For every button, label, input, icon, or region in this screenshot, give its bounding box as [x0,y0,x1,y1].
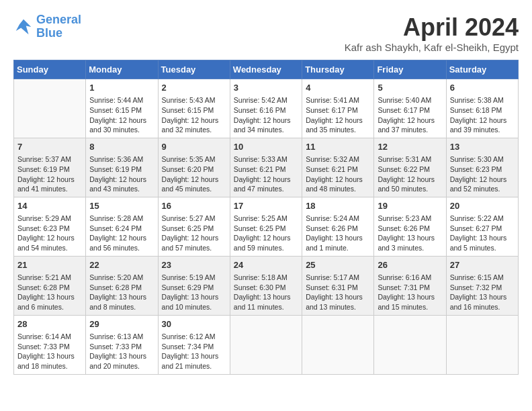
calendar-cell: 23Sunrise: 5:19 AM Sunset: 6:29 PM Dayli… [158,256,230,315]
calendar-week-row: 7Sunrise: 5:37 AM Sunset: 6:19 PM Daylig… [14,138,519,197]
day-info: Sunrise: 6:15 AM Sunset: 7:32 PM Dayligh… [450,273,515,312]
day-info: Sunrise: 5:44 AM Sunset: 6:15 PM Dayligh… [89,95,154,135]
day-info: Sunrise: 5:43 AM Sunset: 6:15 PM Dayligh… [162,95,226,135]
page-header: General Blue April 2024 Kafr ash Shaykh,… [13,13,519,53]
weekday-header-wednesday: Wednesday [230,60,302,79]
day-info: Sunrise: 5:35 AM Sunset: 6:20 PM Dayligh… [162,154,226,194]
day-info: Sunrise: 5:30 AM Sunset: 6:23 PM Dayligh… [450,154,515,194]
day-info: Sunrise: 5:24 AM Sunset: 6:26 PM Dayligh… [306,214,370,253]
day-number: 27 [450,259,515,271]
calendar-cell: 2Sunrise: 5:43 AM Sunset: 6:15 PM Daylig… [158,79,230,138]
weekday-header-thursday: Thursday [302,60,374,79]
day-number: 13 [450,141,515,153]
day-info: Sunrise: 5:40 AM Sunset: 6:17 PM Dayligh… [378,95,442,135]
calendar-cell: 21Sunrise: 5:21 AM Sunset: 6:28 PM Dayli… [14,256,86,315]
calendar-cell [446,315,518,374]
day-info: Sunrise: 5:22 AM Sunset: 6:27 PM Dayligh… [450,214,515,253]
calendar-body: 1Sunrise: 5:44 AM Sunset: 6:15 PM Daylig… [14,79,519,375]
calendar-cell: 13Sunrise: 5:30 AM Sunset: 6:23 PM Dayli… [446,138,518,197]
day-info: Sunrise: 5:23 AM Sunset: 6:26 PM Dayligh… [378,214,442,253]
logo: General Blue [13,13,81,40]
day-number: 4 [306,82,370,94]
day-number: 18 [306,200,370,212]
day-number: 16 [162,200,226,212]
day-number: 9 [162,141,226,153]
day-number: 11 [306,141,370,153]
calendar-cell: 12Sunrise: 5:31 AM Sunset: 6:22 PM Dayli… [374,138,446,197]
calendar-cell: 17Sunrise: 5:25 AM Sunset: 6:25 PM Dayli… [230,197,302,256]
day-info: Sunrise: 6:14 AM Sunset: 7:33 PM Dayligh… [17,332,82,371]
calendar-week-row: 1Sunrise: 5:44 AM Sunset: 6:15 PM Daylig… [14,79,519,138]
day-number: 14 [17,200,82,212]
day-info: Sunrise: 5:25 AM Sunset: 6:25 PM Dayligh… [234,214,298,253]
calendar-cell: 16Sunrise: 5:27 AM Sunset: 6:25 PM Dayli… [158,197,230,256]
day-info: Sunrise: 5:20 AM Sunset: 6:28 PM Dayligh… [89,273,154,312]
day-info: Sunrise: 5:38 AM Sunset: 6:18 PM Dayligh… [450,95,515,135]
day-number: 1 [89,82,154,94]
day-number: 7 [17,141,82,153]
day-info: Sunrise: 5:28 AM Sunset: 6:24 PM Dayligh… [89,214,154,253]
day-info: Sunrise: 5:42 AM Sunset: 6:16 PM Dayligh… [234,95,298,135]
day-info: Sunrise: 5:37 AM Sunset: 6:19 PM Dayligh… [17,154,82,194]
day-number: 24 [234,259,298,271]
calendar-cell: 27Sunrise: 6:15 AM Sunset: 7:32 PM Dayli… [446,256,518,315]
calendar-cell: 4Sunrise: 5:41 AM Sunset: 6:17 PM Daylig… [302,79,374,138]
weekday-header-tuesday: Tuesday [158,60,230,79]
day-number: 15 [89,200,154,212]
day-number: 17 [234,200,298,212]
day-number: 21 [17,259,82,271]
calendar-cell [14,79,86,138]
calendar-cell: 3Sunrise: 5:42 AM Sunset: 6:16 PM Daylig… [230,79,302,138]
day-info: Sunrise: 5:27 AM Sunset: 6:25 PM Dayligh… [162,214,226,253]
calendar-cell: 10Sunrise: 5:33 AM Sunset: 6:21 PM Dayli… [230,138,302,197]
calendar-week-row: 21Sunrise: 5:21 AM Sunset: 6:28 PM Dayli… [14,256,519,315]
day-info: Sunrise: 5:33 AM Sunset: 6:21 PM Dayligh… [234,154,298,194]
calendar-cell: 30Sunrise: 6:12 AM Sunset: 7:34 PM Dayli… [158,315,230,374]
calendar-cell: 29Sunrise: 6:13 AM Sunset: 7:33 PM Dayli… [86,315,158,374]
day-number: 5 [378,82,442,94]
weekday-header-row: SundayMondayTuesdayWednesdayThursdayFrid… [14,60,519,79]
day-number: 30 [162,318,226,330]
calendar-cell: 18Sunrise: 5:24 AM Sunset: 6:26 PM Dayli… [302,197,374,256]
day-number: 10 [234,141,298,153]
day-number: 23 [162,259,226,271]
calendar-cell: 1Sunrise: 5:44 AM Sunset: 6:15 PM Daylig… [86,79,158,138]
day-info: Sunrise: 5:41 AM Sunset: 6:17 PM Dayligh… [306,95,370,135]
day-info: Sunrise: 5:32 AM Sunset: 6:21 PM Dayligh… [306,154,370,194]
calendar-cell: 6Sunrise: 5:38 AM Sunset: 6:18 PM Daylig… [446,79,518,138]
calendar-cell: 5Sunrise: 5:40 AM Sunset: 6:17 PM Daylig… [374,79,446,138]
day-number: 2 [162,82,226,94]
logo-text: General Blue [36,13,81,40]
logo-line2: Blue [36,26,62,40]
logo-line1: General [36,13,81,26]
calendar-cell [374,315,446,374]
calendar-table: SundayMondayTuesdayWednesdayThursdayFrid… [13,60,519,375]
day-number: 20 [450,200,515,212]
day-number: 22 [89,259,154,271]
day-number: 25 [306,259,370,271]
day-number: 26 [378,259,442,271]
day-info: Sunrise: 5:36 AM Sunset: 6:19 PM Dayligh… [89,154,154,194]
calendar-cell: 24Sunrise: 5:18 AM Sunset: 6:30 PM Dayli… [230,256,302,315]
day-info: Sunrise: 6:13 AM Sunset: 7:33 PM Dayligh… [89,332,154,371]
calendar-cell: 26Sunrise: 6:16 AM Sunset: 7:31 PM Dayli… [374,256,446,315]
month-title: April 2024 [345,13,519,42]
calendar-cell: 19Sunrise: 5:23 AM Sunset: 6:26 PM Dayli… [374,197,446,256]
calendar-cell: 9Sunrise: 5:35 AM Sunset: 6:20 PM Daylig… [158,138,230,197]
calendar-cell: 28Sunrise: 6:14 AM Sunset: 7:33 PM Dayli… [14,315,86,374]
day-number: 3 [234,82,298,94]
calendar-cell [230,315,302,374]
day-number: 28 [17,318,82,330]
calendar-cell: 14Sunrise: 5:29 AM Sunset: 6:23 PM Dayli… [14,197,86,256]
day-number: 8 [89,141,154,153]
day-info: Sunrise: 5:18 AM Sunset: 6:30 PM Dayligh… [234,273,298,312]
day-number: 6 [450,82,515,94]
day-info: Sunrise: 6:16 AM Sunset: 7:31 PM Dayligh… [378,273,442,312]
weekday-header-monday: Monday [86,60,158,79]
calendar-cell: 8Sunrise: 5:36 AM Sunset: 6:19 PM Daylig… [86,138,158,197]
day-info: Sunrise: 5:21 AM Sunset: 6:28 PM Dayligh… [17,273,82,312]
day-info: Sunrise: 5:19 AM Sunset: 6:29 PM Dayligh… [162,273,226,312]
calendar-cell: 11Sunrise: 5:32 AM Sunset: 6:21 PM Dayli… [302,138,374,197]
day-number: 12 [378,141,442,153]
calendar-cell [302,315,374,374]
